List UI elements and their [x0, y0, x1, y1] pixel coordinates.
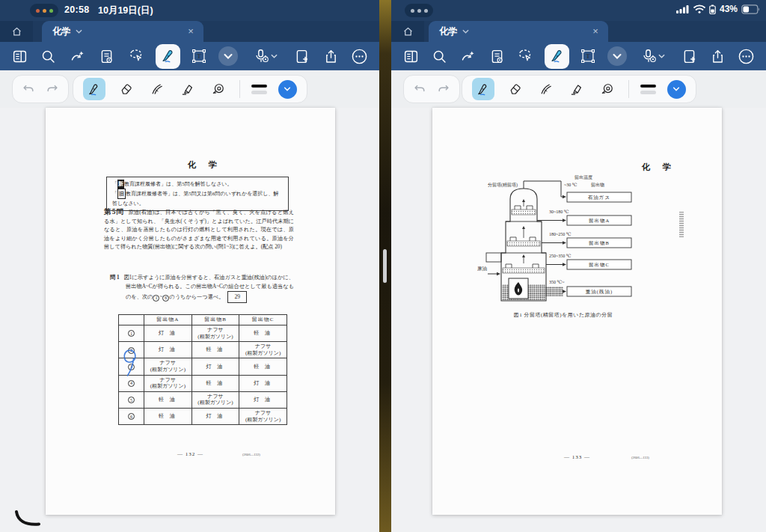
accessory-battery-icon: [709, 4, 716, 14]
sidebar-toggle-button[interactable]: [10, 46, 29, 66]
page-subject-header: 化 学: [188, 159, 222, 171]
pen-tool-button[interactable]: [545, 44, 569, 69]
toolbar-divider: [628, 80, 629, 98]
fountain-pen-tool-selected[interactable]: [83, 78, 105, 100]
diagram-box-distillate-b: 留出物B: [589, 240, 610, 246]
pencil-tool[interactable]: [147, 79, 167, 99]
handwritten-circle-annotation: [121, 347, 142, 379]
eraser-tool[interactable]: [506, 79, 525, 99]
document-canvas-right[interactable]: 化 学 留出温度 分留塔(精留塔) ~30 ℃ 留出物: [391, 108, 766, 532]
diagram-distillate-header: 留出物: [591, 182, 604, 188]
ipad-screen: 20:58 10月19日(日) 化学 ×: [0, 0, 766, 532]
figure-caption: 図1 分留塔(精留塔)を用いた原油の分留: [477, 311, 649, 319]
app-window-right: 43% 化学 ×: [391, 0, 766, 532]
scroll-navigate-button[interactable]: [459, 46, 478, 66]
scroll-navigate-button[interactable]: [68, 46, 88, 66]
home-icon: [402, 26, 414, 37]
tray-3: [503, 268, 545, 273]
more-options-button[interactable]: [737, 46, 756, 66]
more-options-button[interactable]: [350, 46, 370, 66]
question1-options-table: 留出物A 留出物B 留出物C 1灯 油ナフサ (粗製ガソリン)軽 油 2灯 油軽…: [118, 314, 287, 425]
thickness-bar-selected: [251, 85, 267, 88]
sidebar-icon: [403, 49, 419, 64]
share-button[interactable]: [321, 46, 340, 66]
highlighter-tool[interactable]: [178, 79, 197, 99]
page-code: (2606—133): [631, 456, 649, 459]
undo-redo-group: [403, 75, 460, 103]
multitasking-dots-button[interactable]: [405, 4, 433, 17]
search-button[interactable]: [429, 46, 449, 66]
washi-tape-icon: [211, 82, 226, 97]
share-button[interactable]: [708, 46, 728, 66]
undo-button[interactable]: [412, 82, 427, 97]
sidebar-icon: [12, 49, 28, 64]
stroke-thickness-control[interactable]: [251, 85, 267, 94]
svg-text:T: T: [197, 52, 202, 60]
multitasking-dots-button[interactable]: [30, 4, 58, 17]
chevron-down-icon: [613, 53, 622, 60]
tab-bar-left: 化学 ×: [0, 21, 379, 42]
text-tool-button[interactable]: T: [578, 46, 598, 66]
eraser-icon: [119, 82, 134, 97]
pen-tool-button[interactable]: [156, 44, 180, 69]
chevron-down-icon: [658, 54, 665, 59]
color-picker-button[interactable]: [278, 80, 297, 99]
highlighter-tool[interactable]: [567, 79, 586, 99]
ellipsis-icon: [738, 48, 755, 65]
search-button[interactable]: [39, 46, 58, 66]
tape-tool[interactable]: [598, 79, 617, 99]
audio-record-button[interactable]: [248, 46, 282, 66]
text-box-icon: T: [191, 48, 207, 64]
home-button[interactable]: [391, 21, 424, 42]
text-tool-button[interactable]: T: [189, 46, 209, 66]
split-view-drag-handle[interactable]: [383, 249, 387, 283]
fountain-pen-icon: [159, 48, 176, 64]
fountain-pen-tool-selected[interactable]: [472, 78, 494, 100]
undo-button[interactable]: [21, 82, 36, 97]
more-tools-expander-button[interactable]: [607, 46, 627, 66]
add-page-icon: [681, 49, 697, 64]
stroke-thickness-control[interactable]: [640, 85, 656, 94]
document-eye-icon: [99, 49, 114, 64]
home-button[interactable]: [0, 21, 33, 42]
fountain-pen-icon: [476, 82, 491, 97]
chevron-down-icon: [672, 86, 680, 92]
add-page-button[interactable]: [679, 46, 699, 66]
status-bar-left: 20:58 10月19日(日): [0, 0, 379, 21]
audio-record-button[interactable]: [636, 46, 670, 66]
lasso-select-button[interactable]: [126, 46, 146, 66]
sidebar-toggle-button[interactable]: [401, 46, 420, 66]
status-bar-right: 43%: [391, 0, 766, 21]
mic-active-dot-icon: [43, 9, 46, 13]
table-row: 4ナフサ (粗製ガソリン)軽 油灯 油: [119, 375, 287, 391]
tape-tool[interactable]: [209, 79, 228, 99]
search-icon: [40, 49, 56, 64]
thickness-bar: [640, 91, 656, 94]
feed-inlet-box: [486, 253, 501, 262]
document-canvas-left[interactable]: 化 学 「新教育課程履修者」は、第5問を解答しなさい。 「旧教育課程履修者等」は…: [0, 108, 379, 532]
redo-button[interactable]: [45, 82, 60, 97]
redo-button[interactable]: [436, 82, 451, 97]
read-only-mode-button[interactable]: [97, 46, 117, 66]
pencil-tool[interactable]: [536, 79, 556, 99]
lasso-icon: [517, 48, 533, 64]
tab-close-button[interactable]: ×: [185, 25, 197, 37]
page-subject-header: 化 学: [642, 162, 676, 173]
document-tab[interactable]: 化学 ×: [429, 21, 608, 42]
dot-icon: [417, 9, 421, 13]
dip-pen-icon: [539, 82, 554, 97]
exam-notice-box: 「新教育課程履修者」は、第5問を解答しなさい。 「旧教育課程履修者等」は、第5問…: [106, 177, 289, 211]
diagram-top-temp-label: ~30 ℃: [564, 183, 577, 187]
tab-close-button[interactable]: ×: [589, 25, 601, 37]
question5-paragraph: 第5問原油(石油)は、日本では古くから「黒く、臭く、火を点けると燃える水」として…: [104, 208, 294, 252]
read-only-mode-button[interactable]: [487, 46, 506, 66]
color-picker-button[interactable]: [667, 80, 686, 99]
document-tab[interactable]: 化学 ×: [42, 21, 203, 42]
more-tools-expander-button[interactable]: [218, 46, 238, 66]
table-header-row: 留出物A 留出物B 留出物C: [119, 315, 287, 325]
eraser-tool[interactable]: [117, 79, 136, 99]
add-page-button[interactable]: [292, 46, 311, 66]
page-code: (2606—132): [242, 453, 260, 456]
lasso-select-button[interactable]: [515, 46, 535, 66]
diagram-box-distillate-a: 留出物A: [589, 218, 610, 224]
